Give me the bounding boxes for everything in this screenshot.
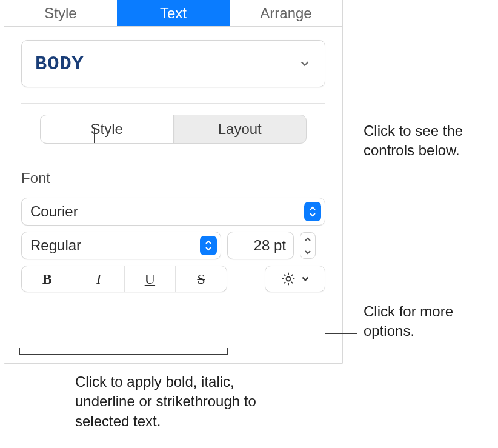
paragraph-style-dropdown[interactable]: BODY — [21, 40, 325, 87]
font-size-value: 28 pt — [254, 237, 286, 254]
popup-indicator-icon — [200, 236, 217, 255]
callout-text: Click to apply bold, italic, underline o… — [75, 372, 281, 431]
tab-style[interactable]: Style — [4, 0, 117, 26]
paragraph-style-label: BODY — [35, 53, 84, 75]
font-size-stepper — [300, 232, 316, 259]
font-section-label: Font — [21, 170, 325, 187]
divider — [21, 156, 325, 156]
top-tabs: Style Text Arrange — [4, 0, 342, 27]
stepper-down-button[interactable] — [300, 246, 316, 259]
tab-arrange[interactable]: Arrange — [230, 0, 342, 26]
advanced-options-button[interactable] — [265, 266, 325, 292]
svg-point-0 — [287, 277, 291, 281]
popup-indicator-icon — [304, 202, 321, 221]
subtab-layout[interactable]: Layout — [174, 115, 307, 143]
italic-button[interactable]: I — [73, 266, 125, 292]
font-weight-value: Regular — [30, 237, 81, 254]
stepper-up-button[interactable] — [300, 232, 316, 246]
subtab-style[interactable]: Style — [41, 115, 174, 143]
font-family-value: Courier — [30, 203, 78, 220]
panel-body: BODY Style Layout Font Courier Regular — [4, 27, 342, 307]
font-family-select[interactable]: Courier — [21, 198, 325, 226]
chevron-down-icon — [298, 57, 311, 70]
callout-text: Click for more options. — [364, 302, 491, 341]
divider — [21, 103, 325, 104]
bold-button[interactable]: B — [22, 266, 73, 292]
callout-text: Click to see the controls below. — [364, 121, 491, 161]
format-sidebar: Style Text Arrange BODY Style Layout Fon… — [4, 0, 343, 364]
strikethrough-button[interactable]: S — [176, 266, 227, 292]
font-size-field[interactable]: 28 pt — [227, 232, 294, 259]
gear-icon — [281, 271, 296, 287]
underline-button[interactable]: U — [125, 266, 176, 292]
tab-text[interactable]: Text — [117, 0, 230, 26]
style-layout-segmented: Style Layout — [40, 115, 307, 144]
chevron-down-icon — [301, 276, 310, 282]
text-style-group: B I U S — [21, 266, 227, 292]
font-weight-select[interactable]: Regular — [21, 232, 221, 259]
